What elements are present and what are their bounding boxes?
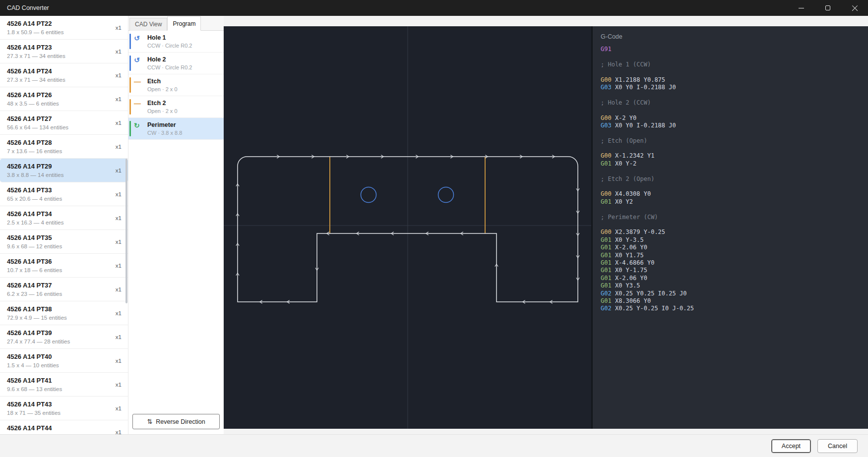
- part-list-item[interactable]: 4526 A14 PT419.6 x 68 — 13 entitiesx1: [0, 373, 128, 397]
- gcode-comment: ; Hole 1 (CCW): [601, 61, 651, 68]
- gcode-line: G01 X0 Y2: [601, 198, 862, 206]
- gcode-command: G02: [601, 305, 612, 312]
- gcode-command: G02: [601, 290, 612, 297]
- gcode-args: X-2 Y0: [612, 114, 637, 121]
- gcode-args: X0 Y2: [612, 198, 633, 205]
- gcode-line: [601, 168, 862, 175]
- part-list-item[interactable]: 4526 A14 PT3872.9 x 4.9 — 15 entitiesx1: [0, 301, 128, 325]
- gcode-line: G00 X-2 Y0: [601, 114, 862, 122]
- gcode-line: ; Etch (Open): [601, 137, 862, 145]
- maximize-icon: [825, 5, 830, 10]
- gcode-command: G01: [601, 236, 612, 243]
- gcode-args: X0 Y-3.5: [612, 236, 644, 243]
- operation-color-strip: [129, 34, 131, 49]
- close-button[interactable]: [841, 0, 868, 16]
- part-list-item[interactable]: 4526 A14 PT2756.6 x 64 — 134 entitiesx1: [0, 111, 128, 135]
- part-dimensions: 27.4 x 77.4 — 28 entities: [7, 339, 110, 344]
- gcode-line: [601, 206, 862, 213]
- gcode-line: [601, 53, 862, 60]
- part-name: 4526 A14 PT39: [7, 329, 110, 337]
- part-dimensions: 1.5 x 4 — 10 entities: [7, 362, 110, 368]
- hole-2-circle[interactable]: [438, 187, 454, 203]
- gcode-line: G02 X0.25 Y-0.25 I0 J-0.25: [601, 305, 862, 312]
- tab-cad-view[interactable]: CAD View: [129, 18, 167, 31]
- part-list-item[interactable]: 4526 A14 PT4318 x 71 — 35 entitiesx1: [0, 397, 128, 420]
- gcode-args: X0.25 Y0.25 I0.25 J0: [612, 290, 687, 297]
- part-name: 4526 A14 PT36: [7, 258, 110, 265]
- part-list-item[interactable]: 4526 A14 PT3927.4 x 77.4 — 28 entitiesx1: [0, 325, 128, 349]
- gcode-line: G01 X0 Y-2: [601, 160, 862, 168]
- part-list-item[interactable]: 4526 A14 PT376.2 x 23 — 16 entitiesx1: [0, 278, 128, 301]
- part-dimensions: 18 x 71 — 35 entities: [7, 410, 110, 416]
- part-list-item[interactable]: 4526 A14 PT359.6 x 68 — 12 entitiesx1: [0, 230, 128, 254]
- part-count: x1: [116, 310, 122, 316]
- operation-item[interactable]: ↻PerimeterCW · 3.8 x 8.8: [128, 118, 224, 140]
- gcode-command: G01: [601, 282, 612, 289]
- cad-viewport[interactable]: [224, 26, 591, 429]
- reverse-direction-button[interactable]: ⇅ Reverse Direction: [132, 414, 220, 429]
- part-dimensions: 7 x 13.6 — 16 entities: [7, 148, 110, 154]
- gcode-args: X0 Y-2: [612, 160, 637, 167]
- maximize-button[interactable]: [814, 0, 841, 16]
- gcode-command: G01: [601, 160, 612, 167]
- operation-item[interactable]: ↺Hole 2CCW · Circle R0.2: [128, 53, 224, 74]
- operation-color-strip: [129, 56, 131, 71]
- ccw-rotate-icon: ↺: [134, 57, 140, 64]
- part-list-item[interactable]: 4526 A14 PT221.8 x 50.9 — 6 entitiesx1: [0, 16, 128, 40]
- part-list-item[interactable]: 4526 A14 PT2427.3 x 71 — 34 entitiesx1: [0, 63, 128, 87]
- operation-item[interactable]: —EtchOpen · 2 x 0: [128, 74, 224, 96]
- part-list-item[interactable]: 4526 A14 PT3610.7 x 18 — 6 entitiesx1: [0, 254, 128, 278]
- part-list-item[interactable]: 4526 A14 PT401.5 x 4 — 10 entitiesx1: [0, 349, 128, 373]
- part-name: 4526 A14 PT23: [7, 44, 110, 51]
- operation-item[interactable]: —Etch 2Open · 2 x 0: [128, 96, 224, 118]
- part-list-item[interactable]: 4526 A14 PT293.8 x 8.8 — 14 entitiesx1: [0, 159, 128, 182]
- sidebar-scrollbar[interactable]: [125, 159, 127, 303]
- gcode-line: [601, 68, 862, 76]
- gcode-args: X-1.2342 Y1: [612, 152, 655, 159]
- part-count: x1: [116, 215, 122, 221]
- gcode-line: ; Etch 2 (Open): [601, 175, 862, 183]
- part-count: x1: [116, 191, 122, 197]
- accept-button[interactable]: Accept: [771, 439, 811, 453]
- part-name: 4526 A14 PT34: [7, 210, 110, 218]
- part-count: x1: [116, 96, 122, 102]
- part-name: 4526 A14 PT44: [7, 424, 110, 432]
- cancel-button[interactable]: Cancel: [817, 439, 858, 453]
- part-name: 4526 A14 PT40: [7, 353, 110, 360]
- part-list-item[interactable]: 4526 A14 PT2648 x 3.5 — 6 entitiesx1: [0, 87, 128, 111]
- part-list-item[interactable]: 4526 A14 PT2327.3 x 71 — 34 entitiesx1: [0, 40, 128, 63]
- gcode-line: G01 X0 Y1.75: [601, 252, 862, 259]
- part-list-item[interactable]: 4526 A14 PT3365 x 20.6 — 4 entitiesx1: [0, 182, 128, 206]
- minimize-icon: [799, 8, 804, 8]
- operation-color-strip: [129, 77, 131, 93]
- part-count: x1: [116, 382, 122, 388]
- gcode-line: ; Hole 1 (CCW): [601, 61, 862, 68]
- parts-sidebar: 4526 A14 PT221.8 x 50.9 — 6 entitiesx145…: [0, 16, 128, 434]
- part-name: 4526 A14 PT27: [7, 115, 110, 122]
- gcode-lines: G91 ; Hole 1 (CCW) G00 X1.2188 Y0.875G03…: [601, 46, 862, 313]
- up-down-arrows-icon: ⇅: [147, 418, 152, 425]
- minimize-button[interactable]: [788, 0, 814, 16]
- operation-detail: CCW · Circle R0.2: [147, 64, 221, 70]
- operation-detail: Open · 2 x 0: [147, 86, 221, 92]
- part-list-item[interactable]: 4526 A14 PT287 x 13.6 — 16 entitiesx1: [0, 135, 128, 159]
- ccw-rotate-icon: ↺: [134, 35, 140, 42]
- gcode-comment: ; Etch (Open): [601, 137, 647, 144]
- gcode-line: [601, 91, 862, 99]
- part-list-item[interactable]: 4526 A14 PT44x1: [0, 420, 128, 434]
- part-count: x1: [116, 358, 122, 364]
- gcode-line: G03 X0 Y0 I-0.2188 J0: [601, 122, 862, 129]
- operation-item[interactable]: ↺Hole 1CCW · Circle R0.2: [128, 31, 224, 53]
- part-name: 4526 A14 PT26: [7, 91, 110, 99]
- part-dimensions: 27.3 x 71 — 34 entities: [7, 77, 110, 83]
- gcode-line: G00 X2.3879 Y-0.25: [601, 228, 862, 236]
- tab-program[interactable]: Program: [167, 16, 201, 31]
- part-dimensions: 6.2 x 23 — 16 entities: [7, 291, 110, 297]
- gcode-panel: G-Code G91 ; Hole 1 (CCW) G00 X1.2188 Y0…: [591, 26, 868, 429]
- part-list-item[interactable]: 4526 A14 PT342.5 x 16.3 — 4 entitiesx1: [0, 206, 128, 230]
- gcode-line: G00 X-1.2342 Y1: [601, 152, 862, 160]
- gcode-line: ; Hole 2 (CCW): [601, 99, 862, 107]
- gcode-args: X0 Y-1.75: [612, 267, 647, 274]
- hole-1-circle[interactable]: [361, 187, 376, 203]
- part-dimensions: 65 x 20.6 — 4 entities: [7, 196, 110, 202]
